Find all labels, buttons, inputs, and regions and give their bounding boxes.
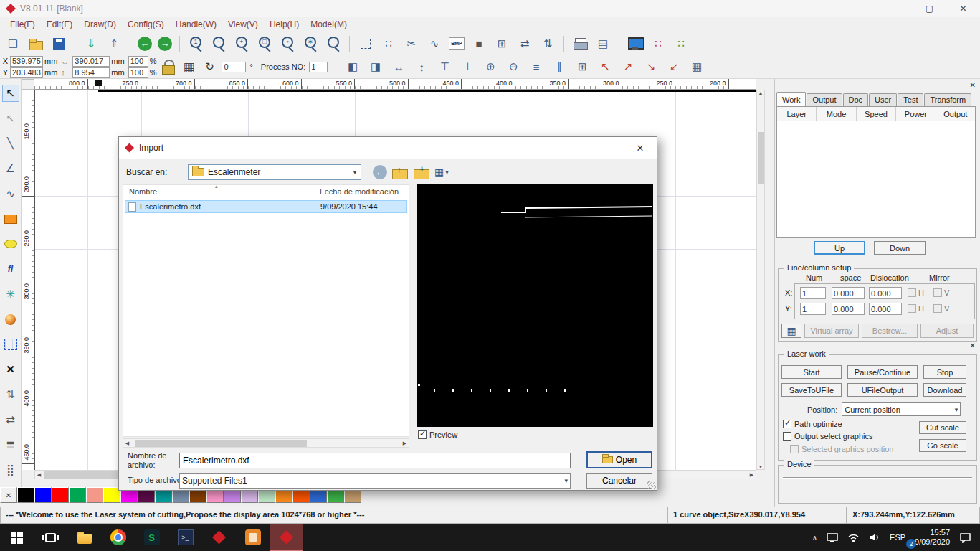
new-folder-icon[interactable] [413,165,430,179]
x-position-input[interactable] [10,56,43,67]
filename-input[interactable] [179,453,571,468]
scroll-right-icon[interactable]: ▶ [748,472,756,478]
imported-object-outline[interactable] [98,90,756,92]
corner-up-right-icon[interactable]: ↗ [619,58,637,75]
layer-down-button[interactable]: Down [874,241,926,255]
zoom-select-icon[interactable]: · [325,35,342,52]
file-row[interactable]: Escalerimetro.dxf 9/09/2020 15:44 [125,200,407,213]
chrome-button[interactable] [101,524,135,551]
cut-scale-button[interactable]: Cut scale [919,421,966,434]
scrollbar-thumb[interactable] [135,440,307,447]
lock-ratio-icon[interactable] [162,60,174,74]
scrollbar-thumb[interactable] [758,132,764,184]
color-swatch[interactable] [86,487,103,503]
select-tool-icon[interactable]: ↖ [2,85,19,102]
minimize-button[interactable]: – [879,0,913,17]
bmp-icon[interactable]: BMP [449,37,465,50]
x-space-input[interactable] [832,287,865,299]
array-tool-icon[interactable] [2,336,19,353]
char-top-icon[interactable]: ⊤ [436,58,453,75]
process-no-input[interactable] [309,62,328,72]
line-tool-icon[interactable]: ╲ [2,135,19,152]
y-dislocation-input[interactable] [869,303,902,315]
forward-icon[interactable]: → [158,37,172,51]
zoom-page-icon[interactable]: ▫ [279,35,296,52]
open-folder-icon[interactable] [27,35,44,52]
open-button[interactable]: Open [586,451,652,468]
zoom-out-icon[interactable]: − [210,35,227,52]
new-icon[interactable]: ❏ [4,35,22,52]
color-swatch[interactable] [34,487,52,503]
knife-icon[interactable]: ✂ [403,35,420,52]
menu-view[interactable]: View(V) [222,19,264,30]
menu-edit[interactable]: Edit(E) [41,19,79,30]
scroll-up-icon[interactable]: ▲ [757,90,765,95]
bestrew-button[interactable]: Bestrew... [862,324,918,338]
view-menu-icon[interactable] [434,166,449,178]
column-modified[interactable]: Fecha de modificación [315,185,409,199]
h-align-icon[interactable]: ≡ [528,58,545,75]
y-position-input[interactable] [10,67,43,78]
scale-y-input[interactable] [128,67,148,78]
close-button[interactable]: ✕ [946,0,980,17]
char-bottom-icon[interactable]: ⊥ [459,58,476,75]
office-app-button[interactable] [236,524,270,551]
output-select-checkbox[interactable] [783,432,791,441]
table-column-header[interactable]: Output [936,107,975,121]
fit-height-icon[interactable]: ↕ [413,58,430,75]
array-preview-icon[interactable]: ∷ [672,35,690,52]
zoom-reset-icon[interactable]: 1 [187,35,204,52]
menu-draw[interactable]: Draw(D) [78,19,122,30]
export-icon[interactable]: ⇑ [105,35,123,52]
polyline-tool-icon[interactable]: ∠ [2,160,19,177]
path-optimize-checkbox[interactable] [783,420,791,428]
layer-up-button[interactable]: Up [814,241,865,255]
zoom-in-icon[interactable]: + [233,35,250,52]
rect-tool-icon[interactable] [2,210,19,227]
kern-v-icon[interactable]: ⇅ [539,35,556,52]
y-num-input[interactable] [800,303,826,315]
array-output-icon[interactable]: ∷ [650,35,667,52]
rotate-icon[interactable] [201,58,218,75]
vertical-scrollbar[interactable]: ▲ ▼ [756,90,765,470]
y-mirror-h-checkbox[interactable] [908,304,916,313]
action-center-icon[interactable] [959,532,971,543]
rotate-input[interactable] [222,62,246,72]
close-panel-icon[interactable] [970,81,976,89]
speaker-icon[interactable] [869,532,880,542]
table-column-header[interactable]: Speed [857,107,896,121]
table-column-header[interactable]: Mode [817,107,856,121]
array-mode-button[interactable] [781,324,801,338]
hidden-icons-chevron[interactable] [812,533,817,542]
tab-work[interactable]: Work [776,92,806,106]
file-list-scrollbar[interactable]: ◀ ▶ [123,438,409,448]
size-grid-icon[interactable] [180,58,197,75]
kern-h-icon[interactable]: ⇄ [516,35,533,52]
datum-left-icon[interactable]: ◧ [344,58,361,75]
mirror-h-tool-icon[interactable]: ⇄ [2,411,19,428]
v-align-icon[interactable]: ∥ [551,58,568,75]
nav-back-icon[interactable] [373,165,387,179]
color-swatch[interactable] [69,487,86,503]
print-icon[interactable] [571,35,589,52]
tab-doc[interactable]: Doc [843,93,869,106]
link-width-icon[interactable]: ⇔ [61,57,69,67]
zoom-all-icon[interactable]: ∗ [302,35,319,52]
table-column-header[interactable]: Power [896,107,936,121]
weld-icon[interactable]: ⊕ [482,58,499,75]
pick-point-icon[interactable]: ∷ [380,35,397,52]
ellipse-tool-icon[interactable] [2,235,19,253]
monitor-icon[interactable] [627,35,644,52]
height-input[interactable] [72,67,110,78]
download-button[interactable]: Download [923,383,966,397]
terminal-button[interactable] [168,524,202,551]
laser-app-button[interactable] [202,524,236,551]
clock[interactable]: 15:57 9/09/2020 2 [915,528,950,547]
matrix-tool-icon[interactable]: ⣿ [2,461,19,479]
save-to-ufile-button[interactable]: SaveToUFile [781,383,842,397]
link-height-icon[interactable]: ↕ [61,67,69,77]
menu-file[interactable]: File(F) [4,19,41,30]
close-panel-icon[interactable] [970,342,976,349]
zoom-window-icon[interactable]: □ [256,35,273,52]
node-edit-tool-icon[interactable]: ↖ [2,110,19,127]
